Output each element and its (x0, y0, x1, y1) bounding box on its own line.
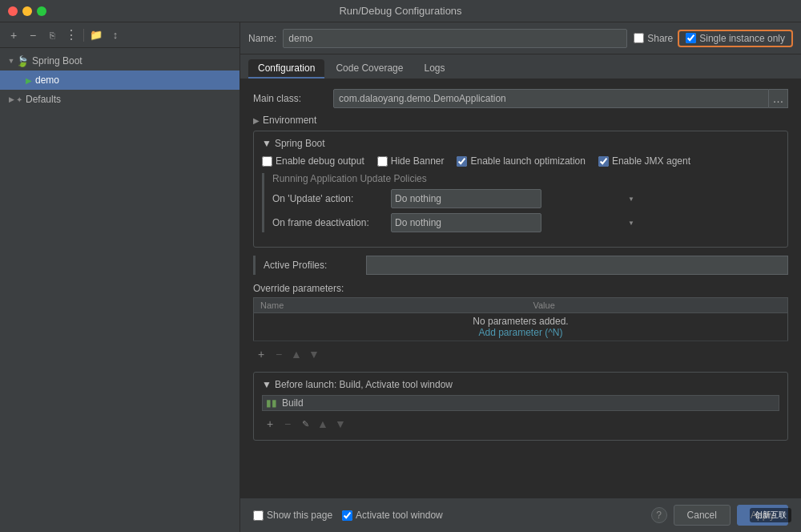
spring-boot-section-label: Spring Boot (275, 138, 325, 149)
defaults-label: Defaults (26, 94, 61, 105)
sidebar-tree: ▼ 🍃 Spring Boot ▶ demo ▶ ✦ Defaults (0, 48, 239, 532)
before-launch-add-button[interactable]: + (262, 416, 278, 432)
main-class-label: Main class: (253, 93, 333, 104)
show-page-checkbox[interactable] (253, 510, 264, 521)
main-layout: + − ⎘ ⋮ 📁 ↕ ▼ 🍃 Spring Boot ▶ demo ▶ (0, 22, 801, 532)
show-page-area: Show this page (253, 510, 332, 521)
frame-deactivation-label: On frame deactivation: (272, 217, 384, 228)
enable-debug-output-checkbox[interactable] (262, 156, 272, 167)
show-page-label: Show this page (267, 510, 332, 521)
frame-deactivation-select[interactable]: Do nothing Update classes and resources … (391, 213, 541, 232)
active-profiles-input[interactable] (366, 256, 788, 275)
update-action-row: On 'Update' action: Do nothing Update cl… (272, 189, 779, 208)
launch-optimization-checkbox[interactable] (457, 156, 467, 167)
single-instance-label: Single instance only (699, 33, 785, 44)
frame-deactivation-row: On frame deactivation: Do nothing Update… (272, 213, 779, 232)
update-action-select[interactable]: Do nothing Update classes and resources … (391, 189, 541, 208)
footer-buttons: ? Cancel Apply (651, 505, 788, 526)
params-table: Name Value No parameters added. Add para… (253, 297, 788, 341)
add-config-button[interactable]: + (5, 26, 22, 44)
environment-arrow-icon: ▶ (253, 116, 260, 125)
build-item: ▮▮ Build (262, 395, 779, 411)
spring-boot-header[interactable]: ▼ Spring Boot (262, 138, 779, 149)
activate-window-label: Activate tool window (356, 510, 443, 521)
cancel-button[interactable]: Cancel (674, 505, 731, 526)
hide-banner-item: Hide Banner (377, 155, 445, 167)
tabs-bar: Configuration Code Coverage Logs (240, 54, 801, 79)
share-checkbox-area: Share (634, 33, 673, 44)
config-header-left: Name: (248, 29, 627, 48)
empty-row: No parameters added. Add parameter (^N) (254, 313, 788, 341)
environment-section-header[interactable]: ▶ Environment (253, 115, 788, 126)
launch-optimization-label: Enable launch optimization (470, 155, 585, 167)
policies-section: Running Application Update Policies On '… (262, 173, 779, 232)
config-header: Name: Share Single instance only (240, 22, 801, 54)
before-launch-down-button[interactable]: ▼ (332, 416, 348, 432)
spring-boot-checkboxes: Enable debug output Hide Banner Enable l… (262, 155, 779, 167)
launch-optimization-item: Enable launch optimization (457, 155, 585, 167)
before-launch-section: ▼ Before launch: Build, Activate tool wi… (253, 372, 788, 441)
spring-boot-section: ▼ Spring Boot Enable debug output Hide B… (253, 131, 788, 248)
jmx-agent-item: Enable JMX agent (598, 155, 690, 167)
tab-code-coverage[interactable]: Code Coverage (326, 59, 413, 79)
config-name-input[interactable] (283, 29, 627, 48)
jmx-agent-checkbox[interactable] (598, 156, 609, 167)
add-param-button[interactable]: + (253, 346, 269, 362)
sidebar-item-demo[interactable]: ▶ demo (0, 71, 239, 90)
hide-banner-label: Hide Banner (391, 155, 445, 167)
tab-configuration[interactable]: Configuration (248, 59, 324, 79)
enable-debug-output-label: Enable debug output (276, 155, 364, 167)
params-empty-cell: No parameters added. Add parameter (^N) (254, 313, 788, 341)
activate-window-area: Activate tool window (342, 510, 443, 521)
more-options-button[interactable]: ⋮ (62, 26, 80, 44)
before-launch-label: Before launch: Build, Activate tool wind… (275, 379, 453, 390)
close-button[interactable] (8, 6, 18, 16)
sidebar-item-spring-boot[interactable]: ▼ 🍃 Spring Boot (0, 51, 239, 71)
active-profiles-label: Active Profiles: (264, 260, 360, 271)
before-launch-toolbar: + − ✎ ▲ ▼ (262, 414, 779, 433)
before-launch-remove-button[interactable]: − (280, 416, 296, 432)
dialog-footer: Show this page Activate tool window ? Ca… (240, 498, 801, 532)
window-controls (8, 6, 46, 16)
remove-config-button[interactable]: − (24, 26, 42, 44)
override-params-label: Override parameters: (253, 283, 788, 294)
separator (83, 29, 84, 42)
move-up-button[interactable]: ▲ (288, 346, 304, 362)
activate-window-checkbox[interactable] (342, 510, 352, 521)
maximize-button[interactable] (37, 6, 46, 16)
help-button[interactable]: ? (651, 507, 667, 523)
defaults-icon: ✦ (16, 95, 22, 104)
single-instance-checkbox[interactable] (686, 33, 696, 43)
footer-left: Show this page Activate tool window (253, 510, 645, 521)
table-toolbar: + − ▲ ▼ (253, 345, 788, 364)
build-icon: ▮▮ (266, 397, 277, 409)
no-params-text: No parameters added. (260, 316, 781, 327)
before-launch-up-button[interactable]: ▲ (315, 416, 331, 432)
spring-boot-icon: 🍃 (16, 55, 29, 67)
active-profiles-row: Active Profiles: (253, 256, 788, 275)
demo-label: demo (35, 75, 59, 86)
hide-banner-checkbox[interactable] (377, 156, 388, 167)
open-folder-button[interactable]: 📁 (87, 26, 105, 44)
minimize-button[interactable] (22, 6, 32, 16)
update-action-label: On 'Update' action: (272, 193, 384, 204)
expand-arrow-icon: ▼ (6, 57, 16, 65)
override-section: Override parameters: Name Value No param… (253, 283, 788, 364)
move-down-button[interactable]: ▼ (306, 346, 322, 362)
share-checkbox[interactable] (634, 33, 644, 43)
tab-logs[interactable]: Logs (414, 59, 454, 79)
single-instance-box[interactable]: Single instance only (678, 30, 793, 47)
before-launch-header[interactable]: ▼ Before launch: Build, Activate tool wi… (262, 379, 779, 390)
sidebar-item-defaults[interactable]: ▶ ✦ Defaults (0, 90, 239, 109)
before-launch-edit-button[interactable]: ✎ (297, 416, 313, 432)
apply-button[interactable]: Apply (737, 505, 788, 526)
main-class-browse-button[interactable]: … (769, 89, 788, 108)
spring-boot-group-label: Spring Boot (32, 55, 83, 66)
remove-param-button[interactable]: − (271, 346, 287, 362)
add-param-link[interactable]: Add parameter (^N) (479, 327, 563, 338)
run-icon: ▶ (26, 76, 32, 85)
sidebar-toolbar: + − ⎘ ⋮ 📁 ↕ (0, 22, 239, 48)
copy-config-button[interactable]: ⎘ (43, 26, 61, 44)
sort-button[interactable]: ↕ (107, 26, 124, 44)
main-class-input[interactable] (333, 89, 769, 108)
